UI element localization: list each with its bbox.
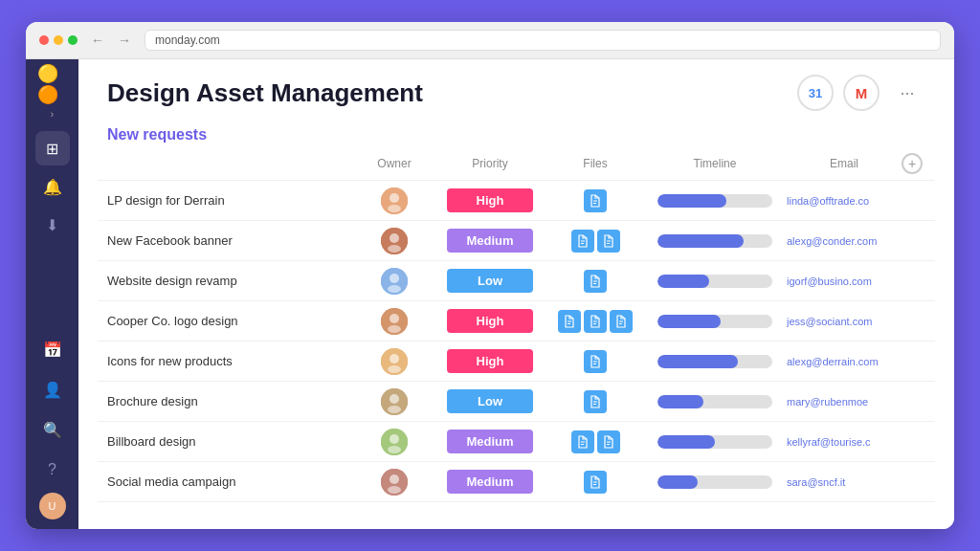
- owner-cell: [356, 308, 433, 335]
- owner-cell: [356, 469, 433, 496]
- browser-window: ← → monday.com 🟡🟠 › ⊞ 🔔 ⬇ 📅 👤 🔍 ? U: [26, 22, 954, 529]
- table-row: LP design for DerrainHighlinda@offtrade.…: [98, 181, 935, 221]
- timeline-cell: [643, 435, 787, 449]
- email-cell: igorf@busino.com: [787, 276, 902, 287]
- email-cell: jess@sociant.com: [787, 316, 902, 327]
- app-logo[interactable]: 🟡🟠: [37, 69, 68, 99]
- table-row: Cooper Co. logo designHighjess@sociant.c…: [98, 301, 935, 342]
- priority-badge[interactable]: High: [447, 188, 533, 212]
- sidebar-chevron-icon[interactable]: ›: [51, 109, 54, 120]
- calendar-integration-btn[interactable]: 31: [797, 75, 834, 111]
- file-icon[interactable]: [571, 230, 594, 253]
- svg-point-14: [388, 365, 401, 373]
- files-cell: [547, 430, 643, 453]
- col-header-email: Email: [787, 157, 902, 170]
- logo-icon: 🟡🟠: [37, 63, 68, 105]
- table-row: New Facebook bannerMediumalexg@conder.co…: [98, 221, 935, 261]
- priority-badge[interactable]: Medium: [447, 229, 533, 253]
- gmail-icon: M: [856, 85, 868, 101]
- timeline-fill: [657, 275, 709, 288]
- table-row: Icons for new productsHighalexg@derrain.…: [98, 342, 935, 382]
- browser-nav: ← →: [87, 30, 135, 51]
- timeline-fill: [657, 475, 698, 489]
- owner-cell: [356, 388, 433, 415]
- svg-point-11: [388, 325, 401, 333]
- priority-badge[interactable]: High: [447, 309, 533, 333]
- owner-cell: [356, 187, 433, 214]
- timeline-bar: [657, 275, 772, 288]
- priority-badge[interactable]: Medium: [447, 430, 533, 453]
- owner-cell: [356, 268, 433, 295]
- gmail-integration-btn[interactable]: M: [843, 75, 880, 111]
- priority-cell: Low: [433, 389, 547, 413]
- svg-point-13: [390, 354, 399, 364]
- sidebar-item-inbox[interactable]: ⬇: [35, 208, 70, 242]
- maximize-dot[interactable]: [68, 35, 78, 45]
- file-icon[interactable]: [597, 430, 620, 453]
- back-button[interactable]: ←: [87, 30, 108, 51]
- file-icon[interactable]: [558, 310, 581, 333]
- timeline-fill: [657, 355, 738, 368]
- files-cell: [547, 230, 643, 253]
- timeline-fill: [657, 234, 744, 248]
- file-icon[interactable]: [584, 270, 607, 293]
- sidebar-item-grid[interactable]: ⊞: [35, 131, 70, 165]
- svg-point-4: [390, 233, 399, 243]
- sidebar: 🟡🟠 › ⊞ 🔔 ⬇ 📅 👤 🔍 ? U: [26, 59, 78, 529]
- file-icon[interactable]: [610, 310, 633, 333]
- more-options-btn[interactable]: ···: [889, 75, 925, 111]
- svg-point-23: [388, 486, 401, 494]
- sidebar-item-people[interactable]: 👤: [35, 372, 70, 407]
- svg-point-1: [390, 193, 399, 203]
- sidebar-item-calendar[interactable]: 📅: [35, 332, 70, 366]
- timeline-fill: [657, 435, 715, 449]
- sidebar-item-search[interactable]: 🔍: [35, 412, 70, 447]
- email-cell: kellyraf@tourise.c: [787, 436, 902, 448]
- app-layout: 🟡🟠 › ⊞ 🔔 ⬇ 📅 👤 🔍 ? U Design Asset Manage…: [26, 59, 954, 529]
- file-icon[interactable]: [584, 310, 607, 333]
- email-cell: alexg@conder.com: [787, 235, 902, 247]
- page-header: Design Asset Management 31 M ···: [78, 59, 954, 119]
- sidebar-item-notifications[interactable]: 🔔: [35, 169, 70, 204]
- owner-cell: [356, 429, 433, 455]
- files-cell: [547, 471, 643, 494]
- svg-point-20: [388, 446, 401, 453]
- owner-avatar: [381, 187, 408, 214]
- priority-badge[interactable]: Medium: [447, 470, 533, 494]
- file-icon[interactable]: [597, 230, 620, 253]
- file-icon[interactable]: [584, 390, 607, 413]
- svg-point-17: [388, 406, 401, 413]
- owner-avatar: [381, 228, 408, 254]
- timeline-cell: [643, 315, 787, 328]
- sidebar-item-help[interactable]: ?: [35, 452, 70, 487]
- owner-cell: [356, 348, 433, 375]
- col-header-files: Files: [547, 157, 643, 170]
- svg-point-16: [390, 394, 399, 404]
- priority-badge[interactable]: Low: [447, 389, 533, 413]
- file-icon[interactable]: [584, 350, 607, 373]
- svg-point-7: [390, 274, 399, 283]
- timeline-cell: [643, 395, 787, 408]
- priority-badge[interactable]: Low: [447, 269, 533, 293]
- priority-cell: Medium: [433, 229, 547, 253]
- timeline-bar: [657, 355, 772, 368]
- col-header-timeline: Timeline: [643, 157, 787, 170]
- file-icon[interactable]: [571, 430, 594, 453]
- forward-button[interactable]: →: [114, 30, 135, 51]
- task-name: Brochure design: [107, 385, 356, 418]
- table-container: New requests Owner Priority Files Timeli…: [78, 119, 954, 529]
- address-bar[interactable]: monday.com: [145, 30, 941, 51]
- calendar-icon: 31: [809, 86, 822, 100]
- file-icon[interactable]: [584, 471, 607, 494]
- svg-point-2: [388, 205, 401, 212]
- minimize-dot[interactable]: [54, 35, 63, 45]
- file-icon[interactable]: [584, 189, 607, 212]
- priority-cell: Medium: [433, 430, 547, 453]
- add-column-btn[interactable]: +: [902, 153, 923, 174]
- close-dot[interactable]: [39, 35, 49, 45]
- user-avatar[interactable]: U: [39, 493, 66, 519]
- col-header-add: +: [902, 153, 930, 174]
- email-cell: alexg@derrain.com: [787, 356, 902, 367]
- task-name: Website design revamp: [107, 264, 356, 298]
- priority-badge[interactable]: High: [447, 349, 533, 373]
